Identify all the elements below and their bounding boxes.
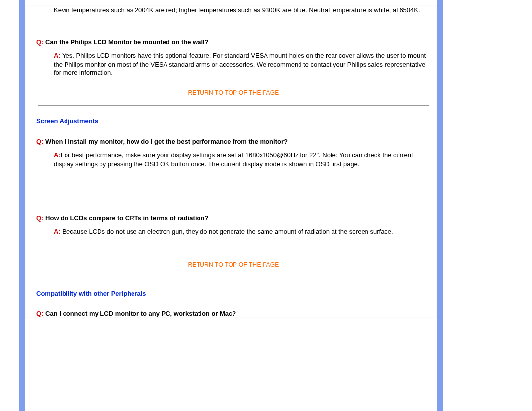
q2-prefix: Q:	[36, 138, 43, 145]
return-top-link-2[interactable]: RETURN TO TOP OF THE PAGE	[188, 261, 279, 268]
q3-prefix: Q:	[36, 214, 43, 222]
a2-block: A:For best performance, make sure your d…	[54, 151, 429, 168]
a1-text: Yes. Philips LCD monitors have this opti…	[54, 52, 426, 76]
q3-text: How do LCDs compare to CRTs in terms of …	[43, 214, 208, 222]
q4-text: Can I connect my LCD monitor to any PC, …	[43, 310, 236, 317]
a3-prefix: A:	[54, 228, 61, 235]
q2-line: Q: When I install my monitor, how do I g…	[36, 137, 431, 146]
q1-line: Q: Can the Philips LCD Monitor be mounte…	[36, 38, 431, 47]
return-top-1: RETURN TO TOP OF THE PAGE	[36, 88, 431, 97]
content-frame: Kevin temperatures such as 2004K are red…	[19, 0, 443, 411]
q1-prefix: Q:	[36, 38, 43, 46]
a2-prefix: A:	[54, 151, 61, 159]
faq-content: Kevin temperatures such as 2004K are red…	[25, 5, 437, 318]
a1-prefix: A:	[54, 52, 61, 59]
separator-inner-2	[130, 201, 337, 201]
separator-full-2	[38, 278, 429, 278]
heading-compatibility: Compatibility with other Peripherals	[36, 289, 431, 298]
return-top-link-1[interactable]: RETURN TO TOP OF THE PAGE	[188, 89, 279, 96]
q4-line: Q: Can I connect my LCD monitor to any P…	[36, 309, 431, 318]
q3-line: Q: How do LCDs compare to CRTs in terms …	[36, 214, 431, 223]
separator-full-1	[38, 105, 429, 106]
intro-answer-block: Kevin temperatures such as 2004K are red…	[54, 5, 429, 15]
q2-text: When I install my monitor, how do I get …	[43, 138, 287, 145]
heading-screen-adjustments: Screen Adjustments	[36, 117, 431, 126]
q1-text: Can the Philips LCD Monitor be mounted o…	[43, 38, 208, 46]
a2-text: For best performance, make sure your dis…	[54, 151, 413, 168]
a1-block: A: Yes. Philips LCD monitors have this o…	[54, 51, 429, 77]
page-root: Kevin temperatures such as 2004K are red…	[0, 0, 532, 411]
a3-text: Because LCDs do not use an electron gun,…	[61, 228, 393, 235]
separator-inner-1	[130, 25, 337, 25]
a3-block: A: Because LCDs do not use an electron g…	[54, 227, 429, 236]
intro-answer-text: Kevin temperatures such as 2004K are red…	[54, 6, 420, 14]
return-top-2: RETURN TO TOP OF THE PAGE	[36, 260, 431, 269]
q4-prefix: Q:	[36, 310, 43, 317]
